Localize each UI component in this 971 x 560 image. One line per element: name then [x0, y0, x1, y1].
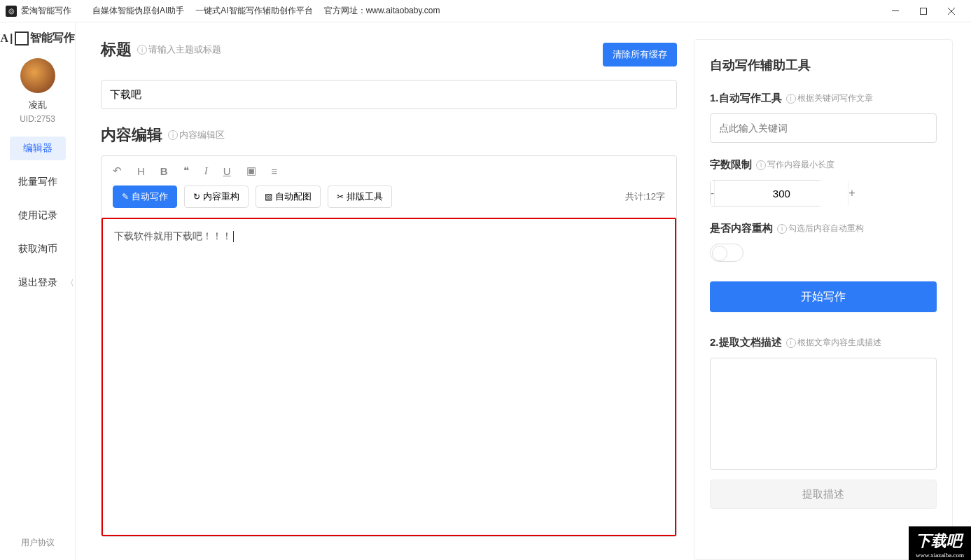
title-section-header: 标题 i请输入主题或标题 — [101, 39, 221, 60]
extract-desc-button[interactable]: 提取描述 — [710, 479, 937, 509]
official-site: 官方网址：www.aitaobaby.com — [324, 5, 440, 17]
action-toolbar: ✎自动写作 ↻内容重构 ▧自动配图 ✂排版工具 共计:12字 — [102, 186, 676, 218]
start-writing-button[interactable]: 开始写作 — [710, 281, 937, 312]
nav-editor[interactable]: 编辑器 — [10, 136, 66, 160]
right-panel-title: 自动写作辅助工具 — [710, 57, 937, 74]
auto-write-tool-title: 1.自动写作工具 i根据关键词写作文章 — [710, 92, 937, 105]
quote-icon[interactable]: ❝ — [183, 164, 189, 177]
chevron-left-icon: 〈 — [66, 277, 74, 289]
tagline-1: 自媒体智能伪原创AI助手 — [92, 5, 184, 17]
editor-panel: 标题 i请输入主题或标题 清除所有缓存 内容编辑 i内容编辑区 ↶ H B ❝ … — [101, 39, 677, 560]
content-section-header: 内容编辑 i内容编辑区 — [101, 125, 677, 146]
app-icon: ◎ — [6, 6, 17, 17]
bold-icon[interactable]: B — [160, 165, 168, 177]
info-icon: i — [777, 224, 787, 234]
avatar[interactable] — [20, 58, 55, 93]
restructure-toggle-title: 是否内容重构 i勾选后内容自动重构 — [710, 222, 937, 235]
word-count: 共计:12字 — [625, 190, 665, 203]
description-box[interactable] — [710, 358, 937, 470]
picture-icon: ▧ — [265, 192, 272, 202]
uid: UID:2753 — [20, 114, 55, 124]
close-button[interactable] — [937, 0, 965, 22]
svg-rect-1 — [921, 8, 927, 14]
keyword-input[interactable] — [710, 113, 937, 143]
nav-history[interactable]: 使用记录 — [10, 204, 66, 227]
restructure-button[interactable]: ↻内容重构 — [184, 186, 249, 208]
stepper-increase[interactable]: + — [848, 181, 855, 206]
tool-icon: ✂ — [337, 192, 344, 202]
app-name: 爱淘智能写作 — [21, 5, 71, 17]
underline-icon[interactable]: U — [223, 165, 231, 177]
minimize-button[interactable] — [881, 0, 909, 22]
info-icon: i — [137, 45, 147, 55]
nav-batch[interactable]: 批量写作 — [10, 170, 66, 194]
auto-write-button[interactable]: ✎自动写作 — [113, 186, 177, 208]
extract-desc-title: 2.提取文档描述 i根据文章内容生成描述 — [710, 336, 937, 349]
title-input[interactable] — [101, 80, 677, 109]
refresh-icon: ↻ — [193, 192, 200, 202]
titlebar: ◎ 爱淘智能写作 自媒体智能伪原创AI助手 一键式AI智能写作辅助创作平台 官方… — [0, 0, 971, 22]
logo: A|智能写作 — [0, 31, 74, 46]
svg-rect-0 — [892, 10, 899, 11]
info-icon: i — [756, 160, 766, 170]
tagline-2: 一键式AI智能写作辅助创作平台 — [195, 5, 312, 17]
align-icon[interactable]: ≡ — [272, 165, 278, 177]
info-icon: i — [786, 338, 796, 348]
word-limit-value[interactable] — [714, 181, 848, 206]
sidebar: A|智能写作 凌乱 UID:2753 编辑器 批量写作 使用记录 获取淘币 退出… — [0, 22, 76, 560]
heading-icon[interactable]: H — [137, 165, 145, 177]
maximize-button[interactable] — [909, 0, 937, 22]
info-icon: i — [168, 130, 178, 140]
info-icon: i — [786, 94, 796, 104]
editor-text: 下载软件就用下载吧！！！ — [114, 230, 234, 241]
italic-icon[interactable]: I — [204, 165, 208, 177]
watermark: 下载吧 www.xiazaiba.com — [909, 526, 971, 560]
nav-logout[interactable]: 退出登录〈 — [10, 271, 66, 295]
word-limit-title: 字数限制 i写作内容最小长度 — [710, 158, 937, 172]
content-textarea[interactable]: 下载软件就用下载吧！！！ — [102, 218, 676, 536]
auto-image-button[interactable]: ▧自动配图 — [256, 186, 321, 208]
format-toolbar: ↶ H B ❝ I U ▣ ≡ — [102, 156, 676, 186]
restructure-toggle[interactable] — [710, 244, 743, 262]
undo-icon[interactable]: ↶ — [113, 164, 122, 177]
image-icon[interactable]: ▣ — [246, 164, 256, 177]
editor-box: ↶ H B ❝ I U ▣ ≡ ✎自动写作 ↻内容重构 ▧自动配图 ✂排版工具 … — [101, 155, 677, 537]
nav-coins[interactable]: 获取淘币 — [10, 237, 66, 261]
right-panel: 自动写作辅助工具 1.自动写作工具 i根据关键词写作文章 字数限制 i写作内容最… — [694, 39, 953, 560]
username: 凌乱 — [29, 99, 47, 111]
layout-tool-button[interactable]: ✂排版工具 — [328, 186, 392, 208]
user-agreement-link[interactable]: 用户协议 — [21, 537, 55, 560]
clear-cache-button[interactable]: 清除所有缓存 — [603, 43, 677, 66]
word-limit-stepper: - + — [710, 180, 822, 206]
pencil-icon: ✎ — [122, 192, 129, 202]
